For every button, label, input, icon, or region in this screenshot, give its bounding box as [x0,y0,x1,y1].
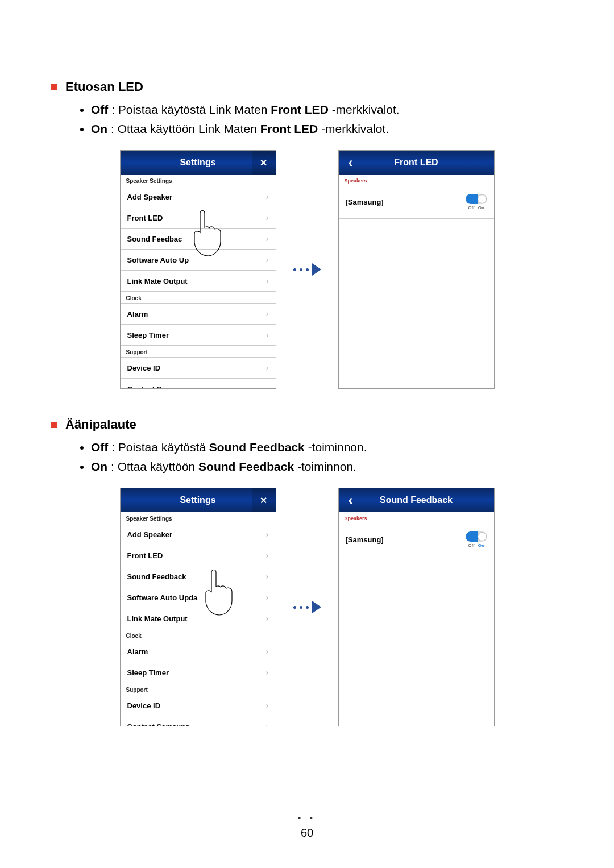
detail-phone-sound-feedback: ‹ Sound Feedback Speakers [Samsung] OffO… [338,488,495,726]
bullet-on: On : Ottaa käyttöön Sound Feedback -toim… [91,457,563,476]
chevron-right-icon: › [266,309,269,318]
group-speaker-settings: Speaker Settings [121,175,276,186]
row-sound-feedback[interactable]: Sound Feedback› [121,566,276,587]
back-icon[interactable]: ‹ [339,151,363,175]
settings-titlebar: Settings × [121,488,276,512]
chevron-right-icon: › [266,530,269,539]
toggle-wrap: OffOn [466,194,487,210]
group-clock: Clock [121,292,276,304]
toggle-switch[interactable] [466,531,487,542]
bullet-off: Off : Poistaa käytöstä Link Maten Front … [91,100,563,119]
chevron-right-icon: › [266,363,269,372]
section-sound-feedback: Äänipalaute Off : Poistaa käytöstä Sound… [51,417,563,726]
bullet-square-icon [51,84,57,90]
figure-row: Settings × Speaker Settings Add Speaker›… [51,150,563,389]
row-software-auto-update[interactable]: Software Auto Up› [121,249,276,271]
chevron-right-icon: › [266,213,269,222]
group-support: Support [121,346,276,358]
group-speakers: Speakers [339,175,494,186]
chevron-right-icon: › [266,330,269,339]
detail-item-label: [Samsung] [346,198,384,206]
back-icon[interactable]: ‹ [339,488,363,512]
chevron-right-icon: › [266,668,269,677]
detail-item-label: [Samsung] [346,535,384,544]
chevron-right-icon: › [266,234,269,243]
chevron-right-icon: › [266,255,269,264]
arrow-icon [293,601,321,613]
section-heading: Äänipalaute [51,417,563,432]
bullet-square-icon [51,422,57,428]
group-speaker-settings: Speaker Settings [121,512,276,524]
detail-titlebar: ‹ Sound Feedback [339,488,494,512]
page-number: 60 [0,827,614,840]
row-add-speaker[interactable]: Add Speaker› [121,186,276,207]
row-device-id[interactable]: Device ID› [121,695,276,716]
chevron-right-icon: › [266,192,269,201]
group-speakers: Speakers [339,512,494,524]
settings-phone: Settings × Speaker Settings Add Speaker›… [120,150,276,389]
detail-titlebar: ‹ Front LED [339,151,494,175]
detail-phone-front-led: ‹ Front LED Speakers [Samsung] OffOn [338,150,495,389]
toggle-wrap: OffOn [466,531,487,548]
toggle-switch[interactable] [466,194,487,204]
group-support: Support [121,683,276,695]
detail-row-samsung: [Samsung] OffOn [339,186,494,219]
row-device-id[interactable]: Device ID› [121,357,276,379]
settings-titlebar: Settings × [121,151,276,175]
row-link-mate-output[interactable]: Link Mate Output› [121,270,276,292]
svg-marker-1 [312,601,321,613]
settings-title: Settings [180,157,215,168]
section-heading: Etuosan LED [51,80,563,94]
chevron-right-icon: › [266,551,269,560]
row-front-led[interactable]: Front LED› [121,545,276,566]
row-software-auto-update[interactable]: Software Auto Upda› [121,587,276,608]
page-dots: • • [0,813,614,823]
group-clock: Clock [121,629,276,641]
settings-phone: Settings × Speaker Settings Add Speaker›… [120,488,276,726]
svg-marker-0 [312,263,321,276]
detail-title: Sound Feedback [380,495,453,505]
chevron-right-icon: › [266,572,269,581]
figure-row: Settings × Speaker Settings Add Speaker›… [51,488,563,726]
row-sleep-timer[interactable]: Sleep Timer› [121,662,276,683]
section-title: Äänipalaute [65,417,136,432]
row-contact-samsung[interactable]: Contact Samsung› [121,378,276,388]
bullet-off: Off : Poistaa käytöstä Sound Feedback -t… [91,438,563,457]
row-sleep-timer[interactable]: Sleep Timer› [121,324,276,346]
row-link-mate-output[interactable]: Link Mate Output› [121,608,276,629]
chevron-right-icon: › [266,384,269,388]
row-alarm[interactable]: Alarm› [121,303,276,325]
chevron-right-icon: › [266,701,269,710]
row-contact-samsung[interactable]: Contact Samsung› [121,716,276,726]
bullet-list: Off : Poistaa käytöstä Link Maten Front … [91,100,563,139]
chevron-right-icon: › [266,593,269,602]
section-title: Etuosan LED [65,80,143,94]
close-icon[interactable]: × [252,151,276,175]
detail-row-samsung: [Samsung] OffOn [339,524,494,556]
row-add-speaker[interactable]: Add Speaker› [121,524,276,545]
chevron-right-icon: › [266,614,269,623]
row-sound-feedback[interactable]: Sound Feedbac› [121,228,276,250]
row-front-led[interactable]: Front LED› [121,207,276,229]
chevron-right-icon: › [266,276,269,285]
row-alarm[interactable]: Alarm› [121,641,276,662]
bullet-on: On : Ottaa käyttöön Link Maten Front LED… [91,119,563,139]
chevron-right-icon: › [266,647,269,656]
settings-title: Settings [180,495,215,505]
detail-title: Front LED [394,157,438,168]
bullet-list: Off : Poistaa käytöstä Sound Feedback -t… [91,438,563,476]
chevron-right-icon: › [266,722,269,726]
arrow-icon [293,263,321,276]
close-icon[interactable]: × [252,488,276,512]
section-front-led: Etuosan LED Off : Poistaa käytöstä Link … [51,80,563,389]
